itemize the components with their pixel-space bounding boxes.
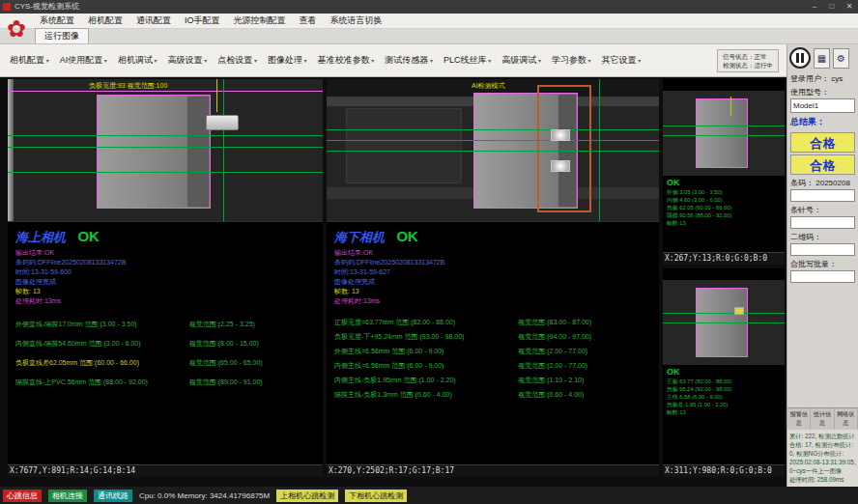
- machine-block: [346, 108, 462, 183]
- signal-status-line: 信号状态：正常: [723, 52, 773, 61]
- overlay-line-green: [8, 135, 323, 136]
- preview-measurement-line: 负极:62.05 (60.00 - 66.00): [667, 204, 781, 211]
- toolbar-item[interactable]: 相机配置: [5, 50, 54, 70]
- toolbar-item[interactable]: 测试传感器: [380, 50, 438, 70]
- camera-link-badge: 相机连接: [48, 490, 87, 502]
- console-tab[interactable]: 统计信息: [811, 408, 834, 430]
- batch-input[interactable]: [790, 270, 855, 283]
- preview-measurement-line: 隔膜:90.56 (88.00 - 92.00): [667, 211, 781, 219]
- meta-line: 帧数: 13: [15, 287, 315, 296]
- title-bar: CYS-视觉检测系统 – □ ✕: [0, 0, 858, 14]
- measurement-row: 内侧直线-隔膜54.60mm 范围:(3.00 - 6.00) 视觉范围:(8.…: [15, 334, 315, 353]
- console-log-line: 累计: 222, 检测总数统计:: [789, 432, 856, 440]
- toolbar-item[interactable]: 学习参数: [547, 50, 596, 70]
- measurement-range: 视觉范围:(8.00 - 15.00): [189, 334, 315, 353]
- toolbar-item[interactable]: PLC线丝库: [439, 50, 496, 70]
- preview-image-1[interactable]: [663, 91, 785, 176]
- toolbar-item[interactable]: 其它设置: [597, 50, 646, 70]
- preview-image-2[interactable]: [663, 280, 785, 365]
- upper-camera-heartbeat: 上相机心跳检测: [276, 490, 338, 502]
- meta-line: 帧数: 13: [334, 287, 651, 296]
- image-tool-button[interactable]: ▦: [814, 48, 830, 69]
- toolbar-item[interactable]: AI使用配置: [55, 50, 112, 70]
- meta-line: 处理耗时:13ms: [15, 296, 315, 306]
- meta-lines: 输出结果:OK 条码码:DFFline2025020813313472B 时间:…: [334, 248, 651, 306]
- console-area: 报警信息 统计信息 网络状态 累计: 222, 检测总数统计: 合格: 17, …: [787, 407, 858, 487]
- total-result-boxes: 合格 合格: [787, 130, 858, 177]
- measurement-range: 视觉范围:(2.00 - 77.00): [518, 358, 651, 373]
- barcode-value: 20250208: [815, 179, 850, 187]
- menu-item[interactable]: 相机配置: [81, 14, 129, 27]
- signal-status-line: 检测状态：运行中: [723, 61, 773, 70]
- model-value-box[interactable]: Model1: [790, 98, 855, 113]
- console-tab[interactable]: 网络状态: [835, 408, 858, 430]
- user-label: 登录用户：: [790, 74, 829, 83]
- right-sidebar: ▦ ⚙ 登录用户： cys 使用型号： Model1 总结果： 合格 合格 条码…: [786, 44, 858, 487]
- overlay-line-green: [663, 126, 785, 126]
- main-window: CYS-视觉检测系统 – □ ✕ ✿ 系统配置 相机配置 通讯配置 IO手配置 …: [0, 0, 858, 504]
- overlay-line-green: [327, 129, 659, 130]
- measurement-row: 隔膜主线-负极1.3mm 范围:(0.60 - 4.00) 视觉范围:(0.60…: [334, 387, 651, 402]
- meta-line: 时间:13-31-59-627: [334, 267, 651, 277]
- measurement-name: 正极宽度=63.77mm 范围:(82.00 - 88.00): [334, 315, 518, 329]
- camera-panel-bottom: AI检测模式 海下相机 OK 输出结果:OK 条码码:DFFline202502…: [327, 79, 659, 477]
- part-shadow: [187, 97, 209, 207]
- minimize-button[interactable]: –: [806, 0, 823, 14]
- measurement-row: 外侧主线=6.58mm 范围:(6.00 - 9.00) 视觉范围:(2.00 …: [334, 344, 651, 358]
- camera-image-top[interactable]: 负极宽度:93 视觉范围:100: [8, 79, 323, 222]
- cpu-memory-readout: Cpu: 0.0% Memory: 3424.41796875M: [139, 491, 270, 500]
- preview-measurement-line: 帧数:13: [667, 219, 781, 227]
- console-tab[interactable]: 报警信息: [787, 408, 811, 430]
- measurement-row: 隔膜直线-上PVC.56mm 范围:(88.00 - 92.00) 视觉范围:(…: [15, 373, 315, 392]
- menu-item[interactable]: 通讯配置: [129, 14, 178, 27]
- window-title: CYS-视觉检测系统: [14, 0, 79, 14]
- maximize-button[interactable]: □: [823, 0, 841, 14]
- preview-measurement-line: 外侧:3.05 (3.00 - 3.50): [667, 188, 781, 196]
- toolbar-item[interactable]: 点检设置: [213, 50, 262, 70]
- measurement-row: 负极直线差62.05mm 范围:(60.00 - 66.00) 视觉范围:(65…: [15, 353, 315, 373]
- barcode-input[interactable]: [790, 189, 855, 202]
- menu-item[interactable]: 系统配置: [33, 14, 81, 27]
- total-result-value: 合格: [790, 154, 855, 175]
- menu-item[interactable]: 查看: [293, 14, 324, 27]
- pixel-coordinate-readout: X:267;Y:13;R:0;G:0;B:0: [663, 252, 785, 265]
- camera-image-bottom[interactable]: AI检测模式: [327, 79, 659, 222]
- preview-measurement-line: 负极差:1.95 (1.00 - 2.20): [667, 401, 781, 408]
- pixel-coordinate-readout: X:7677,Y:891;R:14;G:14;B:14: [8, 464, 323, 477]
- toolbar-item[interactable]: 基准校准参数: [313, 50, 380, 70]
- overlay-measurement-label: AI检测模式: [472, 81, 505, 91]
- result-block-top: 海上相机 OK 输出结果:OK 条码码:DFFline2025020813313…: [8, 222, 323, 392]
- console-log: 累计: 222, 检测总数统计: 合格: 17, 检测分布统计: 0, 检测NG…: [787, 430, 858, 487]
- roi-rectangle: [537, 85, 591, 212]
- heartbeat-badge: 心跳信息: [3, 490, 42, 502]
- menu-item[interactable]: 光源控制配置: [227, 14, 293, 27]
- measurement-name: 负极宽度-下+95.24mm 范围:(93.00 - 98.00): [334, 329, 518, 344]
- tab-run-image[interactable]: 运行图像: [35, 28, 89, 43]
- overlay-measurement-label: 负极宽度:93 视觉范围:100: [89, 81, 167, 91]
- pause-icon: [796, 53, 804, 63]
- measurement-name: 内侧直线-隔膜54.60mm 范围:(3.00 - 6.00): [15, 334, 189, 353]
- toolbar-item[interactable]: 高级设置: [163, 50, 213, 70]
- preview-result-status: OK: [663, 365, 785, 377]
- qr-input[interactable]: [790, 243, 855, 256]
- meta-line: 处理耗时:13ms: [334, 296, 651, 306]
- highlight-blob: [551, 129, 570, 141]
- settings-tool-button[interactable]: ⚙: [833, 48, 849, 69]
- toolbar-item[interactable]: 相机调试: [113, 50, 162, 70]
- measurement-name: 内侧主线-负极1.95mm 范围:(1.00 - 2.20): [334, 373, 518, 387]
- preview-panel-1: OK 外侧:3.05 (3.00 - 3.50) 内侧:4.60 (3.00 -…: [663, 79, 785, 265]
- preview-measurement-line: 帧数:13: [667, 408, 781, 416]
- menu-item[interactable]: 系统语言切换: [324, 14, 389, 27]
- toolbar-item[interactable]: 图像处理: [263, 50, 312, 70]
- preview-measurement-line: 主线:6.58 (6.00 - 9.00): [667, 393, 781, 401]
- measurement-name: 内侧主线=6.58mm 范围:(6.00 - 9.00): [334, 358, 518, 373]
- measurement-range: 视觉范围:(2.25 - 3.25): [189, 315, 315, 334]
- toolbar-item[interactable]: 高级调试: [497, 50, 546, 70]
- measurement-row: 正极宽度=63.77mm 范围:(82.00 - 88.00) 视觉范围:(83…: [334, 315, 651, 329]
- measurement-range: 视觉范围:(94.00 - 97.00): [518, 329, 651, 344]
- pause-button[interactable]: [789, 47, 811, 69]
- close-button[interactable]: ✕: [841, 0, 858, 14]
- overlay-line-green: [663, 322, 785, 323]
- pin-input[interactable]: [790, 216, 855, 229]
- menu-item[interactable]: IO手配置: [178, 14, 227, 27]
